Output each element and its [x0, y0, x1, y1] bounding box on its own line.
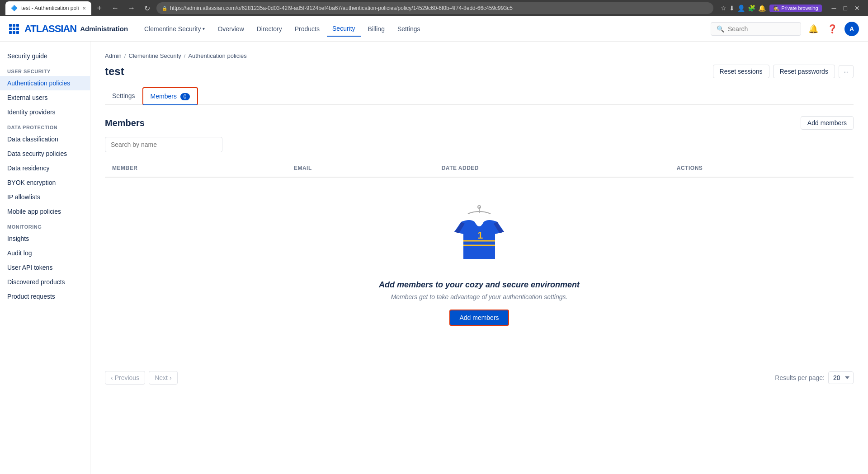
sidebar-item-discovered-products[interactable]: Discovered products: [0, 275, 90, 289]
col-actions: Actions: [670, 160, 854, 177]
window-controls: ─ □ ✕: [829, 4, 863, 13]
refresh-button[interactable]: ↻: [142, 3, 153, 14]
table-header: Member Email Date added Actions: [105, 160, 854, 177]
pagination: ‹ Previous Next › Results per page: 10 2…: [105, 364, 854, 385]
svg-text:1: 1: [477, 230, 483, 241]
nav-item-products[interactable]: Products: [289, 22, 325, 36]
results-per-page: Results per page: 10 20 50: [775, 371, 854, 384]
browser-tab[interactable]: 🔷 test - Authentication poli ✕: [5, 1, 91, 15]
help-button[interactable]: ❓: [826, 22, 839, 36]
header-actions: Reset sessions Reset passwords ···: [713, 65, 854, 78]
download-icon[interactable]: ⬇: [729, 5, 735, 12]
sidebar-item-byok-encryption[interactable]: BYOK encryption: [0, 175, 90, 190]
breadcrumb-auth-policies[interactable]: Authentication policies: [188, 52, 246, 59]
sidebar-item-ip-allowlists[interactable]: IP allowlists: [0, 190, 90, 204]
page-title: test: [105, 65, 124, 78]
breadcrumb-clementine[interactable]: Clementine Security: [128, 52, 181, 59]
search-icon: 🔍: [717, 25, 724, 33]
nav-items: Clementine Security ▾ Overview Directory…: [139, 21, 425, 37]
more-actions-button[interactable]: ···: [839, 65, 854, 78]
bookmark-icon[interactable]: ☆: [721, 5, 726, 12]
members-section-header: Members Add members: [105, 116, 854, 130]
nav-item-clementine[interactable]: Clementine Security ▾: [139, 22, 210, 36]
lock-icon: 🔒: [162, 6, 167, 11]
breadcrumb-admin[interactable]: Admin: [105, 52, 122, 59]
main-layout: Security guide User security Authenticat…: [0, 42, 868, 474]
new-tab-button[interactable]: +: [97, 4, 102, 13]
reset-passwords-button[interactable]: Reset passwords: [773, 65, 835, 78]
close-window-button[interactable]: ✕: [852, 4, 863, 13]
url-text: https://admin.atlassian.com/o/6281235a-0…: [170, 5, 513, 11]
chevron-left-icon: ‹: [111, 374, 113, 381]
nav-item-billing[interactable]: Billing: [363, 22, 390, 36]
col-member: Member: [105, 160, 287, 177]
sidebar-item-authentication-policies[interactable]: Authentication policies: [0, 76, 90, 90]
jersey-svg: 1: [452, 205, 506, 268]
results-per-page-select[interactable]: 10 20 50: [828, 371, 854, 384]
chevron-down-icon: ▾: [203, 26, 205, 31]
alerts-icon[interactable]: 🔔: [758, 5, 766, 12]
app-logo[interactable]: ATLASSIAN Administration: [9, 23, 128, 35]
atlassian-logo-text: ATLASSIAN: [24, 23, 76, 35]
add-members-top-button[interactable]: Add members: [801, 116, 854, 130]
search-by-name-input[interactable]: [105, 137, 222, 152]
tab-close-icon[interactable]: ✕: [82, 6, 86, 11]
app-nav: ATLASSIAN Administration Clementine Secu…: [0, 16, 868, 42]
col-email: Email: [287, 160, 434, 177]
sidebar-item-security-guide[interactable]: Security guide: [0, 49, 90, 63]
extensions-icon[interactable]: 🧩: [748, 5, 755, 12]
nav-item-directory[interactable]: Directory: [251, 22, 288, 36]
members-table: Member Email Date added Actions: [105, 160, 854, 178]
browser-chrome: 🔷 test - Authentication poli ✕ + ← → ↻ 🔒…: [0, 0, 868, 16]
browser-controls: ← → ↻: [109, 3, 153, 14]
address-bar[interactable]: 🔒 https://admin.atlassian.com/o/6281235a…: [156, 2, 713, 14]
previous-button[interactable]: ‹ Previous: [105, 371, 145, 385]
admin-text: Administration: [80, 25, 128, 33]
empty-state: 1 Add members to your cozy and secure en…: [105, 178, 854, 353]
empty-state-title: Add members to your cozy and secure envi…: [379, 280, 580, 290]
grid-icon: [9, 24, 19, 34]
sidebar-item-audit-log[interactable]: Audit log: [0, 246, 90, 260]
profile-icon[interactable]: 👤: [737, 5, 745, 12]
empty-state-description: Members get to take advantage of your au…: [391, 293, 568, 300]
sidebar-item-product-requests[interactable]: Product requests: [0, 289, 90, 304]
sidebar-section-data-protection: Data protection: [0, 119, 90, 132]
sidebar-section-user-security: User security: [0, 63, 90, 76]
minimize-button[interactable]: ─: [829, 4, 839, 13]
page-header: test Reset sessions Reset passwords ···: [105, 65, 854, 78]
browser-actions: ☆ ⬇ 👤 🧩 🔔: [721, 5, 766, 12]
pagination-nav: ‹ Previous Next ›: [105, 371, 178, 385]
breadcrumb: Admin / Clementine Security / Authentica…: [105, 52, 854, 59]
nav-item-settings[interactable]: Settings: [392, 22, 426, 36]
tab-members[interactable]: Members 0: [142, 87, 198, 105]
tab-settings[interactable]: Settings: [105, 88, 142, 105]
breadcrumb-sep-1: /: [124, 52, 126, 59]
back-button[interactable]: ←: [109, 3, 122, 13]
add-members-cta-button[interactable]: Add members: [449, 310, 509, 326]
forward-button[interactable]: →: [125, 3, 138, 13]
search-box[interactable]: 🔍: [711, 22, 801, 36]
col-date-added: Date added: [434, 160, 670, 177]
sidebar-item-insights[interactable]: Insights: [0, 231, 90, 246]
avatar[interactable]: A: [844, 22, 859, 36]
results-per-page-label: Results per page:: [775, 374, 825, 381]
private-browsing-badge: 🕵 Private browsing: [769, 5, 821, 12]
sidebar-item-data-security-policies[interactable]: Data security policies: [0, 146, 90, 161]
nav-item-overview[interactable]: Overview: [212, 22, 249, 36]
maximize-button[interactable]: □: [841, 4, 850, 13]
sidebar-item-data-residency[interactable]: Data residency: [0, 161, 90, 175]
search-input[interactable]: [728, 25, 795, 33]
nav-right: 🔍 🔔 ❓ A: [711, 22, 859, 36]
reset-sessions-button[interactable]: Reset sessions: [713, 65, 769, 78]
sidebar-item-user-api-tokens[interactable]: User API tokens: [0, 260, 90, 275]
main-content: Admin / Clementine Security / Authentica…: [90, 42, 868, 474]
sidebar-item-external-users[interactable]: External users: [0, 90, 90, 105]
next-button[interactable]: Next ›: [149, 371, 177, 385]
breadcrumb-sep-2: /: [184, 52, 186, 59]
sidebar-section-monitoring: Monitoring: [0, 219, 90, 231]
sidebar-item-mobile-app-policies[interactable]: Mobile app policies: [0, 204, 90, 219]
sidebar-item-data-classification[interactable]: Data classification: [0, 132, 90, 146]
notifications-button[interactable]: 🔔: [807, 22, 820, 36]
sidebar-item-identity-providers[interactable]: Identity providers: [0, 105, 90, 119]
nav-item-security[interactable]: Security: [327, 21, 361, 37]
